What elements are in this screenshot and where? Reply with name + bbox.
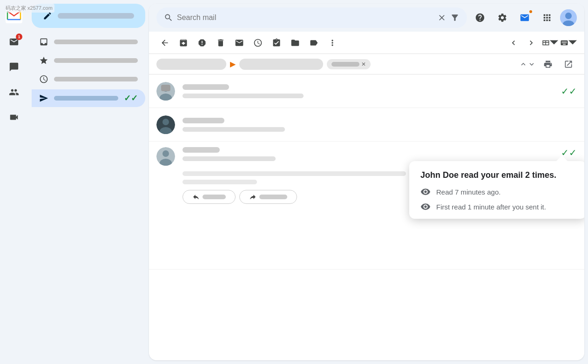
- recent-label-bar: [54, 77, 138, 81]
- thread-chip-1[interactable]: [156, 59, 226, 70]
- nav-meet-button[interactable]: [3, 106, 25, 128]
- back-button[interactable]: [156, 34, 173, 51]
- next-icon: [527, 38, 536, 47]
- thread-chip-2[interactable]: [239, 59, 323, 70]
- tooltip-row-1: Read 7 minutes ago.: [420, 187, 575, 197]
- email-body-bar-3a: [182, 171, 406, 176]
- watermark: 码农之家 x2577.com: [4, 4, 54, 13]
- open-new-tab-button[interactable]: [560, 56, 577, 73]
- thread-chip-arrow: ▶: [230, 60, 236, 68]
- reply-icon: [192, 193, 200, 201]
- avatar-2-image: [156, 115, 175, 134]
- more-button[interactable]: [324, 34, 341, 51]
- reply-label-bar: [203, 195, 226, 199]
- nav-chat-button[interactable]: [3, 56, 25, 78]
- search-input[interactable]: [177, 13, 433, 22]
- label-button[interactable]: [305, 34, 322, 51]
- gmail-tracker-button[interactable]: [515, 8, 534, 27]
- expand-icon: [519, 60, 527, 69]
- email-status-1: ✓✓: [561, 86, 577, 97]
- tracker-notification-dot: [528, 9, 533, 14]
- split-view-icon: [541, 38, 550, 47]
- thread-chip-close[interactable]: ✕: [327, 59, 371, 69]
- print-icon: [543, 60, 553, 69]
- open-new-tab-icon: [564, 60, 573, 69]
- svg-point-9: [162, 119, 169, 125]
- view-split-button[interactable]: [541, 34, 558, 51]
- sidebar: ✓✓: [28, 0, 149, 364]
- tooltip-title: John Doe read your email 2 times.: [420, 170, 575, 180]
- user-avatar-image: [560, 9, 577, 26]
- tracker-icon: [520, 13, 530, 23]
- header-icons: [471, 8, 577, 27]
- tooltip-text-1: Read 7 minutes ago.: [436, 188, 500, 196]
- user-avatar[interactable]: [560, 9, 577, 26]
- thread-chips-bar: ▶ ✕: [149, 54, 584, 74]
- delete-icon: [216, 38, 225, 47]
- search-clear-icon[interactable]: [437, 13, 446, 22]
- reply-button[interactable]: [182, 190, 236, 204]
- sent-double-check: ✓✓: [124, 93, 138, 103]
- svg-point-2: [565, 13, 572, 19]
- close-chip-icon[interactable]: ✕: [361, 61, 366, 67]
- tooltip-text-2: First read 1 minute after you sent it.: [436, 203, 546, 211]
- double-check-1: ✓✓: [561, 86, 577, 96]
- main-panel: ▶ ✕: [149, 4, 584, 360]
- email-content-2: [182, 118, 577, 132]
- move-button[interactable]: [287, 34, 304, 51]
- left-nav-strip: 1: [0, 0, 28, 364]
- apps-icon: [542, 13, 552, 23]
- sidebar-item-starred[interactable]: [32, 52, 145, 69]
- settings-button[interactable]: [493, 8, 512, 27]
- snooze-button[interactable]: [250, 34, 266, 51]
- search-filter-icon[interactable]: [450, 13, 460, 22]
- archive-button[interactable]: [175, 34, 192, 51]
- inbox-label-bar: [54, 40, 138, 44]
- keyboard-dropdown-icon: [568, 38, 577, 47]
- keyboard-shortcut-button[interactable]: [560, 34, 577, 51]
- email-row-2[interactable]: [149, 108, 584, 142]
- delete-button[interactable]: [212, 34, 229, 51]
- back-icon: [160, 38, 169, 47]
- next-button[interactable]: [523, 34, 540, 51]
- mark-button[interactable]: [231, 34, 248, 51]
- nav-contacts-button[interactable]: [3, 81, 25, 103]
- forward-button[interactable]: [239, 190, 297, 204]
- expand-button[interactable]: [519, 56, 536, 73]
- thread-chips-right: [519, 56, 577, 73]
- archive-icon: [179, 38, 188, 47]
- prev-icon: [509, 38, 518, 47]
- task-button[interactable]: [268, 34, 285, 51]
- report-button[interactable]: [194, 34, 210, 51]
- avatar-1-image: [156, 82, 175, 101]
- email-row-3[interactable]: ✓✓ John Doe read your email 2 times. Rea…: [149, 142, 584, 270]
- email-row-1[interactable]: ✓✓: [149, 74, 584, 108]
- sender-bar-1: [182, 84, 229, 90]
- split-view-dropdown-icon: [550, 38, 558, 47]
- search-icon: [164, 13, 173, 22]
- nav-mail-button[interactable]: 1: [3, 31, 25, 53]
- email-read-tooltip: John Doe read your email 2 times. Read 7…: [409, 161, 584, 219]
- pencil-icon: [43, 11, 52, 20]
- prev-button[interactable]: [505, 34, 522, 51]
- help-icon: [475, 13, 485, 23]
- email-content-1: [182, 84, 554, 98]
- sidebar-item-recent[interactable]: [32, 71, 145, 88]
- mark-icon: [235, 38, 244, 47]
- sidebar-item-sent[interactable]: ✓✓: [32, 89, 145, 107]
- chat-icon: [9, 62, 19, 72]
- help-button[interactable]: [471, 8, 489, 27]
- email-body-bar-3b: [182, 180, 257, 184]
- eye-icon-1: [420, 187, 431, 197]
- print-button[interactable]: [540, 56, 556, 73]
- apps-button[interactable]: [538, 8, 556, 27]
- email-status-3: ✓✓ John Doe read your email 2 times. Rea…: [561, 147, 577, 158]
- collapse-icon: [527, 60, 536, 69]
- sidebar-item-inbox[interactable]: [32, 34, 145, 50]
- search-bar[interactable]: [156, 7, 467, 28]
- chip-close-label-bar: [331, 62, 359, 67]
- email-avatar-3: [156, 147, 175, 166]
- clock-icon: [39, 74, 48, 84]
- starred-label-bar: [54, 58, 138, 63]
- forward-label-bar: [259, 195, 287, 199]
